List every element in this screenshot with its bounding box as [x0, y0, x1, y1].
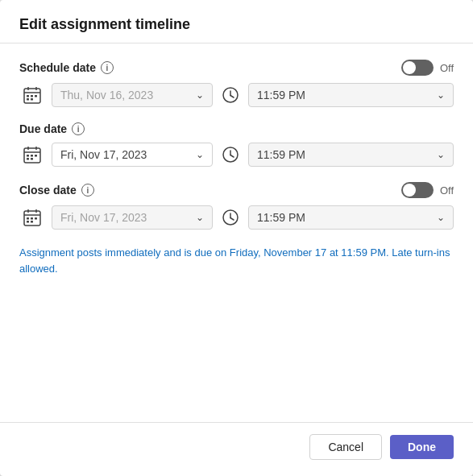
schedule-date-info-icon[interactable]: i [101, 61, 114, 74]
svg-line-11 [230, 96, 234, 98]
close-date-row: Fri, Nov 17, 2023 ⌄ 11:59 PM ⌄ [19, 205, 454, 230]
schedule-date-toggle[interactable] [401, 60, 434, 76]
due-date-text: Due date [19, 122, 67, 135]
due-date-time-picker[interactable]: 11:59 PM ⌄ [248, 143, 454, 167]
schedule-date-toggle-container: Off [401, 60, 454, 76]
close-date-toggle[interactable] [401, 182, 434, 198]
svg-rect-6 [35, 95, 37, 97]
close-date-calendar-icon [19, 205, 45, 230]
close-date-toggle-label: Off [440, 184, 454, 197]
schedule-date-clock-icon [219, 84, 242, 106]
schedule-date-label: Schedule date i [19, 61, 114, 74]
due-date-label: Due date i [19, 122, 85, 135]
svg-rect-5 [31, 95, 33, 97]
close-date-info-icon[interactable]: i [81, 184, 94, 197]
schedule-date-time-value: 11:59 PM [257, 89, 305, 101]
modal-title: Edit assignment timeline [19, 16, 190, 32]
svg-line-35 [230, 218, 234, 221]
cancel-button[interactable]: Cancel [309, 434, 382, 460]
close-date-section: Close date i Off [19, 182, 454, 230]
modal-footer: Cancel Done [0, 422, 473, 476]
svg-rect-19 [27, 158, 29, 160]
schedule-date-text: Schedule date [19, 61, 96, 74]
schedule-date-time-picker[interactable]: 11:59 PM ⌄ [248, 83, 454, 107]
edit-assignment-modal: Edit assignment timeline Schedule date i… [0, 0, 473, 476]
due-date-time-chevron: ⌄ [437, 149, 445, 160]
due-date-calendar-icon [19, 142, 45, 168]
due-date-section: Due date i [19, 122, 454, 168]
close-date-time-value: 11:59 PM [257, 211, 305, 224]
svg-rect-28 [27, 217, 29, 220]
due-date-chevron: ⌄ [196, 149, 204, 160]
modal-body: Schedule date i Off [0, 43, 473, 422]
close-date-clock-icon [219, 206, 242, 229]
svg-rect-17 [31, 155, 33, 157]
schedule-date-toggle-knob [403, 61, 416, 74]
due-date-row: Fri, Nov 17, 2023 ⌄ 11:59 PM ⌄ [19, 142, 454, 168]
svg-rect-18 [35, 155, 37, 157]
svg-line-23 [230, 155, 234, 158]
due-date-info-icon[interactable]: i [72, 122, 85, 135]
schedule-date-calendar-icon [19, 82, 45, 108]
svg-rect-16 [27, 155, 29, 157]
svg-rect-8 [31, 98, 33, 101]
schedule-date-section: Schedule date i Off [19, 60, 454, 108]
close-date-picker[interactable]: Fri, Nov 17, 2023 ⌄ [52, 205, 213, 230]
due-date-value: Fri, Nov 17, 2023 [60, 148, 147, 161]
due-date-picker[interactable]: Fri, Nov 17, 2023 ⌄ [52, 143, 213, 167]
close-date-time-chevron: ⌄ [437, 212, 445, 223]
schedule-date-chevron: ⌄ [196, 89, 204, 101]
schedule-date-toggle-label: Off [440, 62, 454, 74]
due-date-clock-icon [219, 143, 242, 166]
schedule-date-row: Thu, Nov 16, 2023 ⌄ 11:59 PM ⌄ [19, 82, 454, 108]
close-date-text: Close date [19, 184, 77, 197]
assignment-info-text: Assignment posts immediately and is due … [19, 245, 454, 276]
svg-rect-32 [31, 221, 33, 223]
schedule-date-time-chevron: ⌄ [437, 89, 445, 101]
close-date-time-picker[interactable]: 11:59 PM ⌄ [248, 205, 454, 230]
svg-rect-31 [27, 221, 29, 223]
close-date-value: Fri, Nov 17, 2023 [60, 211, 147, 224]
svg-rect-30 [35, 217, 37, 220]
svg-rect-7 [27, 98, 29, 101]
close-date-label: Close date i [19, 184, 94, 197]
schedule-date-picker[interactable]: Thu, Nov 16, 2023 ⌄ [52, 83, 213, 107]
svg-rect-4 [27, 95, 29, 97]
svg-rect-20 [31, 158, 33, 160]
modal-header: Edit assignment timeline [0, 0, 473, 43]
close-date-label-row: Close date i Off [19, 182, 454, 198]
svg-rect-29 [31, 217, 33, 220]
close-date-toggle-container: Off [401, 182, 454, 198]
close-date-toggle-knob [403, 184, 416, 197]
schedule-date-value: Thu, Nov 16, 2023 [60, 89, 153, 101]
close-date-chevron: ⌄ [196, 212, 204, 223]
due-date-time-value: 11:59 PM [257, 148, 305, 161]
due-date-label-row: Due date i [19, 122, 454, 135]
done-button[interactable]: Done [390, 435, 454, 459]
schedule-date-label-row: Schedule date i Off [19, 60, 454, 76]
